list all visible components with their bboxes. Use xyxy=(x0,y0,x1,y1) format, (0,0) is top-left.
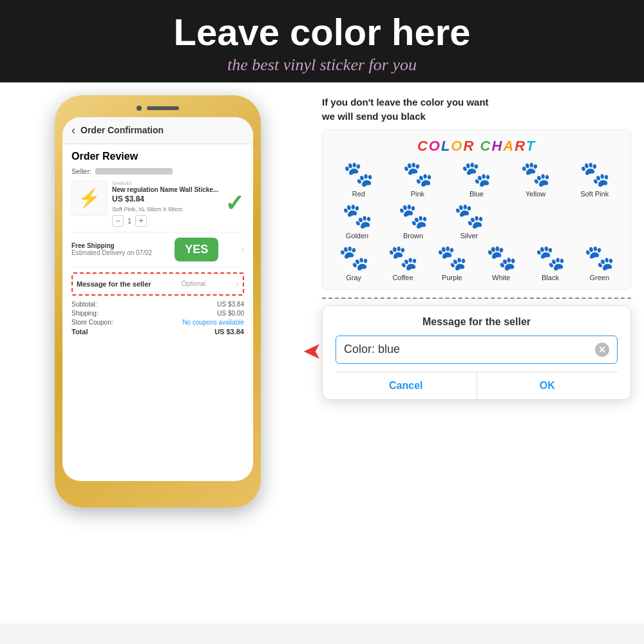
total-label: Total xyxy=(71,328,88,336)
yes-button[interactable]: YES xyxy=(175,238,218,261)
paw-softpink: 🐾 xyxy=(580,160,610,188)
color-row-2: 🐾 Golden 🐾 Brown 🐾 Silver xyxy=(329,202,624,240)
cc-letter-o1: O xyxy=(429,138,441,154)
color-item-blue: 🐾 Blue xyxy=(461,160,491,198)
seller-row: Seller: xyxy=(71,167,244,175)
cc-letter-l: L xyxy=(441,138,451,154)
cc-letter-ch: C xyxy=(480,138,491,154)
coupon-value: No coupons available xyxy=(182,319,244,326)
back-arrow-icon[interactable]: ‹ xyxy=(71,124,75,137)
message-label: Message for the seller xyxy=(77,280,151,288)
color-name-brown: Brown xyxy=(403,232,423,240)
seller-logo: SmileArt xyxy=(112,180,220,186)
phone-screen: ‹ Order Confirmation Order Review Seller… xyxy=(62,117,253,481)
product-info: SmileArt New regulation Name Wall Sticke… xyxy=(112,180,220,227)
optional-text: Optional xyxy=(182,280,205,287)
shipping-cost-label: Shipping: xyxy=(71,310,99,317)
color-name-coffee: Coffee xyxy=(392,274,413,281)
arrow-right-icon: › xyxy=(241,244,244,254)
dialog-input-text[interactable]: Color: blue xyxy=(344,343,595,356)
shipping-cost-row: Shipping: US $0.00 xyxy=(71,310,244,317)
shipping-cost-value: US $0.00 xyxy=(217,310,244,317)
pikachu-icon: ⚡ xyxy=(78,187,100,209)
color-name-softpink: Soft Pink xyxy=(580,190,609,198)
dialog-cancel-button[interactable]: Cancel xyxy=(336,372,477,399)
message-for-seller-row[interactable]: Message for the seller Optional › xyxy=(71,272,244,296)
qty-minus-button[interactable]: − xyxy=(112,215,124,227)
dialog-buttons: Cancel OK xyxy=(336,372,618,399)
color-name-black: Black xyxy=(542,274,559,281)
paw-golden: 🐾 xyxy=(342,202,372,230)
color-name-golden: Golden xyxy=(346,232,368,240)
coupon-row: Store Coupon: No coupons available xyxy=(71,319,244,326)
dialog-ok-button[interactable]: OK xyxy=(477,372,618,399)
color-row-3: 🐾 Gray 🐾 Coffee 🐾 Purple 🐾 White 🐾 xyxy=(329,243,624,281)
product-name: New regulation Name Wall Sticke... xyxy=(112,186,220,193)
seller-label: Seller: xyxy=(71,167,91,175)
quantity-row: − 1 + xyxy=(112,215,220,227)
cc-letter-r1: R xyxy=(463,138,475,154)
color-item-green: 🐾 Green xyxy=(584,243,614,281)
product-row: ⚡ SmileArt New regulation Name Wall Stic… xyxy=(71,180,244,232)
product-price: US $3.84 xyxy=(112,194,220,204)
paw-silver: 🐾 xyxy=(454,202,484,230)
paw-coffee: 🐾 xyxy=(388,243,418,272)
paw-brown: 🐾 xyxy=(398,202,428,230)
red-arrow-container: ➤ xyxy=(303,337,322,365)
color-item-yellow: 🐾 Yellow xyxy=(520,160,551,198)
cc-letter-r2: R xyxy=(515,138,526,154)
phone-mockup: ‹ Order Confirmation Order Review Seller… xyxy=(55,95,261,507)
paw-black: 🐾 xyxy=(535,243,565,272)
phone-camera xyxy=(137,106,142,111)
paw-gray: 🐾 xyxy=(339,243,369,272)
color-item-silver: 🐾 Silver xyxy=(454,202,484,240)
shipping-date: Estimated Delivery on 07/02 xyxy=(71,249,152,256)
checkmark-icon: ✓ xyxy=(225,192,244,215)
header-subtitle: the best vinyl sticker for you xyxy=(6,55,638,75)
header-title: Leave color here xyxy=(6,12,638,53)
color-item-gray: 🐾 Gray xyxy=(339,243,369,281)
phone-speaker xyxy=(147,106,179,110)
subtotal-value: US $3.84 xyxy=(217,301,244,308)
color-name-gray: Gray xyxy=(346,274,361,281)
qty-plus-button[interactable]: + xyxy=(135,215,147,227)
color-name-yellow: Yellow xyxy=(526,190,545,198)
dialog-title: Message for the seller xyxy=(336,316,618,328)
right-panel: If you don't leave the color you want we… xyxy=(316,82,644,623)
color-name-blue: Blue xyxy=(469,190,484,198)
color-name-red: Red xyxy=(352,190,365,198)
total-row: Total US $3.84 xyxy=(71,328,244,336)
paw-green: 🐾 xyxy=(584,243,614,272)
paw-purple: 🐾 xyxy=(437,243,467,272)
color-name-green: Green xyxy=(590,274,610,281)
divider xyxy=(322,298,631,299)
color-name-silver: Silver xyxy=(460,232,478,240)
cc-letter-t: T xyxy=(526,138,536,154)
coupon-label: Store Coupon: xyxy=(71,319,113,326)
instruction-line1: If you don't leave the color you want xyxy=(322,95,631,110)
color-name-pink: Pink xyxy=(411,190,424,198)
color-name-white: White xyxy=(492,274,510,281)
header: Leave color here the best vinyl sticker … xyxy=(0,0,644,82)
shipping-row: Free Shipping Estimated Delivery on 07/0… xyxy=(71,238,244,267)
color-row-1: 🐾 Red 🐾 Pink 🐾 Blue 🐾 Yellow 🐾 So xyxy=(329,160,624,198)
red-arrow-icon: ➤ xyxy=(303,337,322,365)
color-item-softpink: 🐾 Soft Pink xyxy=(580,160,610,198)
paw-red: 🐾 xyxy=(343,160,374,188)
total-value: US $3.84 xyxy=(214,328,244,336)
order-review-title: Order Review xyxy=(71,151,244,162)
shipping-label: Free Shipping xyxy=(71,242,152,249)
screen-header: ‹ Order Confirmation xyxy=(62,117,253,144)
dialog-input-row[interactable]: Color: blue ✕ xyxy=(336,336,618,364)
quantity-value: 1 xyxy=(128,217,131,225)
left-panel: ‹ Order Confirmation Order Review Seller… xyxy=(0,82,316,623)
instruction-line2: we will send you black xyxy=(322,109,631,124)
cc-letter-a: A xyxy=(503,138,515,154)
instruction-text: If you don't leave the color you want we… xyxy=(322,95,631,124)
screen-title: Order Confirmation xyxy=(80,125,164,135)
color-item-golden: 🐾 Golden xyxy=(342,202,372,240)
paw-white: 🐾 xyxy=(486,243,516,272)
color-item-red: 🐾 Red xyxy=(343,160,374,198)
color-item-brown: 🐾 Brown xyxy=(398,202,428,240)
dialog-clear-button[interactable]: ✕ xyxy=(595,343,609,357)
